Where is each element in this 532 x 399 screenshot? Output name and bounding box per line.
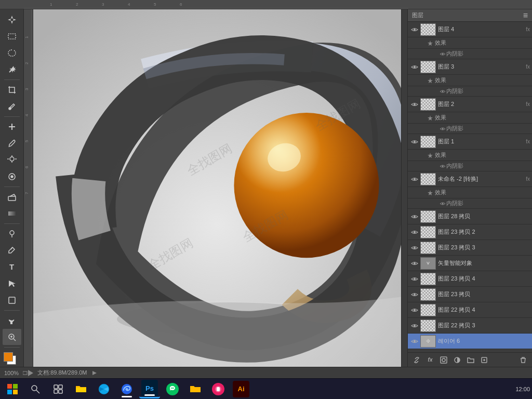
layer-item[interactable]: ✥ 레이어 6 xyxy=(408,334,532,349)
dodge-tool[interactable] xyxy=(3,225,21,242)
delete-layer-button[interactable] xyxy=(517,354,529,366)
taskbar-illustrator-app[interactable]: Ai xyxy=(231,380,251,398)
layer-item[interactable]: 效果 xyxy=(408,37,532,49)
svg-point-52 xyxy=(414,103,416,105)
svg-point-17 xyxy=(11,176,13,178)
windows-start-button[interactable] xyxy=(2,380,23,398)
layer-name: 图层 23 拷贝 4 xyxy=(438,275,530,283)
color-picker[interactable] xyxy=(3,351,21,365)
layer-visibility-toggle[interactable] xyxy=(410,175,419,184)
layer-item[interactable]: 内阴影 xyxy=(408,161,532,171)
layer-visibility-toggle[interactable] xyxy=(410,137,419,147)
healing-tool[interactable] xyxy=(3,118,21,135)
add-adjustment-button[interactable] xyxy=(451,354,463,366)
effect-icon xyxy=(427,77,434,84)
layer-item[interactable]: 图层 22 拷贝 4 xyxy=(408,302,532,318)
taskbar-files-app[interactable] xyxy=(71,380,91,398)
layer-visibility-toggle[interactable] xyxy=(410,212,419,221)
layer-item[interactable]: 效果 xyxy=(408,75,532,86)
toolbar-separator-4 xyxy=(4,223,20,224)
layer-item[interactable]: 内阴影 xyxy=(408,198,532,209)
layer-item[interactable]: 图层 23 拷贝 4 xyxy=(408,271,532,287)
layer-item[interactable]: 图层 4 fx xyxy=(408,22,532,37)
layer-item[interactable]: 内阴影 xyxy=(408,49,532,59)
toolbar-separator-1 xyxy=(4,79,20,80)
magic-wand-tool[interactable] xyxy=(3,61,21,77)
layer-item[interactable]: 未命名 -2 [转换] fx xyxy=(408,171,532,187)
move-tool[interactable] xyxy=(3,11,21,28)
layer-thumbnail xyxy=(420,288,436,301)
layer-item[interactable]: 图层 23 拷贝 2 xyxy=(408,224,532,240)
taskbar-search-button[interactable] xyxy=(25,380,46,398)
taskbar-edge-app[interactable] xyxy=(116,380,137,398)
layer-item[interactable]: 效果 xyxy=(408,112,532,124)
svg-point-61 xyxy=(414,216,416,218)
layer-visibility-toggle[interactable] xyxy=(410,228,419,237)
select-rect-tool[interactable] xyxy=(3,28,21,44)
add-fx-button[interactable]: fx xyxy=(424,354,436,366)
layer-visibility-toggle[interactable] xyxy=(410,305,419,315)
layer-item[interactable]: 内阴影 xyxy=(408,124,532,134)
text-tool[interactable]: T xyxy=(3,259,21,275)
taskbar-unknown-app[interactable] xyxy=(208,380,229,398)
layer-item[interactable]: 图层 28 拷贝 xyxy=(408,209,532,224)
layer-visibility-toggle[interactable] xyxy=(410,290,419,299)
svg-point-97 xyxy=(173,388,174,389)
layer-thumbnail xyxy=(420,242,436,254)
layer-visibility-toggle[interactable] xyxy=(410,25,419,34)
taskbar-taskview-button[interactable] xyxy=(48,380,69,398)
ruler-vertical: 1 2 3 4 5 6 7 xyxy=(24,9,33,367)
toolbar-separator-3 xyxy=(4,187,20,187)
svg-point-65 xyxy=(414,278,416,280)
add-layer-button[interactable] xyxy=(478,354,490,366)
layer-item[interactable]: V 矢量智能对象 xyxy=(408,256,532,271)
layer-item[interactable]: 图层 1 fx xyxy=(408,134,532,150)
shape-tool[interactable] xyxy=(3,292,21,308)
eye-icon xyxy=(439,89,446,94)
layer-item[interactable]: 内阴影 xyxy=(408,86,532,97)
layers-menu-icon[interactable]: ≡ xyxy=(523,11,528,20)
add-mask-button[interactable] xyxy=(438,354,449,366)
layer-name: 效果 xyxy=(435,39,530,47)
lasso-tool[interactable] xyxy=(3,45,21,61)
layer-item[interactable]: 效果 xyxy=(408,187,532,198)
zoom-tool[interactable] xyxy=(3,329,21,345)
layer-visibility-toggle[interactable] xyxy=(410,321,419,330)
layer-item[interactable]: 图层 23 拷贝 xyxy=(408,287,532,302)
history-tool[interactable] xyxy=(3,168,21,184)
taskbar-browser-app[interactable] xyxy=(94,380,114,398)
taskbar-wechat-app[interactable] xyxy=(162,380,183,398)
clone-tool[interactable] xyxy=(3,152,21,168)
nav-arrow[interactable] xyxy=(91,370,98,376)
layer-thumbnail xyxy=(420,226,436,238)
canvas-scrollbar[interactable] xyxy=(401,9,407,367)
layer-visibility-toggle[interactable] xyxy=(410,243,419,252)
path-select-tool[interactable] xyxy=(3,275,21,291)
layer-name: 图层 4 xyxy=(438,25,524,33)
layer-visibility-toggle[interactable] xyxy=(410,259,419,268)
layer-item[interactable]: 效果 xyxy=(408,150,532,161)
layers-list[interactable]: 图层 4 fx 效果 内阴影 图层 3 fx xyxy=(408,22,532,352)
crop-tool[interactable] xyxy=(3,82,21,98)
brush-tool[interactable] xyxy=(3,135,21,151)
layer-thumbnail xyxy=(420,61,436,73)
layer-item[interactable]: 图层 22 拷贝 3 xyxy=(408,318,532,334)
svg-marker-79 xyxy=(92,371,97,375)
eyedropper-tool[interactable] xyxy=(3,98,21,114)
taskbar-filemanager-app[interactable] xyxy=(185,380,206,398)
taskbar-photoshop-app[interactable]: Ps xyxy=(139,380,160,398)
add-group-button[interactable] xyxy=(465,354,476,366)
link-layers-button[interactable] xyxy=(411,354,422,366)
hand-tool[interactable] xyxy=(3,312,21,328)
layer-item[interactable]: 图层 3 fx xyxy=(408,59,532,75)
system-tray: 12:00 xyxy=(515,386,530,392)
eraser-tool[interactable] xyxy=(3,189,21,205)
pen-tool[interactable] xyxy=(3,242,21,258)
layer-visibility-toggle[interactable] xyxy=(410,100,419,109)
layer-visibility-toggle[interactable] xyxy=(410,62,419,72)
layer-item[interactable]: 图层 23 拷贝 3 xyxy=(408,240,532,256)
layer-visibility-toggle[interactable] xyxy=(410,337,419,346)
layer-visibility-toggle[interactable] xyxy=(410,274,419,284)
layer-item[interactable]: 图层 2 fx xyxy=(408,97,532,112)
gradient-tool[interactable] xyxy=(3,205,21,221)
